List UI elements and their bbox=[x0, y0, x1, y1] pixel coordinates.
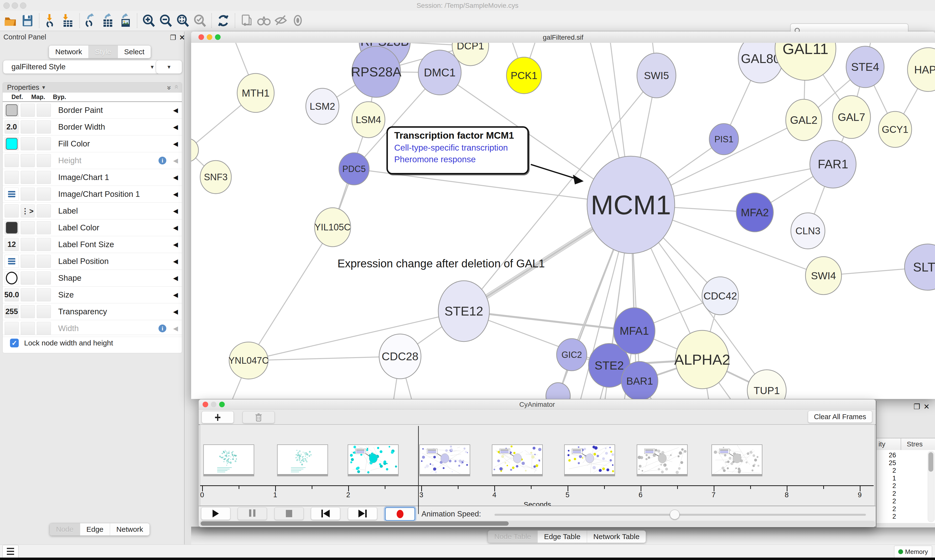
property-def-cell[interactable] bbox=[5, 154, 19, 167]
property-map-cell[interactable] bbox=[21, 288, 35, 302]
frame-thumbnail-8[interactable] bbox=[711, 445, 762, 475]
property-byp-cell[interactable] bbox=[37, 171, 51, 184]
table-cell-value[interactable]: 1 bbox=[876, 475, 896, 482]
property-byp-cell[interactable] bbox=[37, 104, 51, 117]
style-selector[interactable]: galFiltered Style ▾ bbox=[3, 60, 159, 74]
slider-handle[interactable] bbox=[670, 510, 680, 519]
tab-edge[interactable]: Edge bbox=[80, 523, 110, 535]
annotation-link-1[interactable]: Cell-type-specific transcription bbox=[394, 143, 528, 152]
export-network-icon[interactable] bbox=[84, 14, 98, 28]
property-map-cell[interactable] bbox=[21, 137, 35, 150]
close-panel-icon[interactable]: ✕ bbox=[179, 34, 185, 42]
network-node-unlabeled[interactable] bbox=[546, 383, 570, 399]
add-frame-button[interactable]: + bbox=[202, 411, 234, 423]
column-divider[interactable] bbox=[901, 438, 901, 450]
property-byp-cell[interactable] bbox=[37, 305, 51, 318]
frame-thumbnail-7[interactable] bbox=[637, 445, 688, 475]
pause-button[interactable] bbox=[238, 507, 267, 520]
property-def-cell[interactable] bbox=[5, 137, 19, 150]
property-row[interactable]: Widthi◀ bbox=[3, 320, 182, 337]
property-row[interactable]: 2.0Border Width◀ bbox=[3, 119, 182, 135]
expand-property-icon[interactable]: ◀ bbox=[173, 291, 178, 299]
export-table-icon[interactable] bbox=[101, 14, 116, 28]
refresh-view-icon[interactable] bbox=[216, 14, 230, 28]
property-def-cell[interactable] bbox=[5, 221, 19, 234]
table-cell-value[interactable]: 2 bbox=[876, 482, 896, 490]
property-def-cell[interactable] bbox=[5, 104, 19, 117]
zoom-fit-icon[interactable] bbox=[176, 14, 190, 28]
property-row[interactable]: 50.0Size◀ bbox=[3, 286, 182, 303]
cyanimator-timeline[interactable]: Seconds 0123456789 bbox=[200, 424, 875, 506]
column-stress[interactable]: Stres bbox=[907, 440, 923, 448]
open-session-icon[interactable] bbox=[3, 14, 17, 28]
network-node-MFA1[interactable]: MFA1 bbox=[614, 308, 655, 354]
clear-all-frames-button[interactable]: Clear All Frames bbox=[808, 411, 872, 423]
property-def-cell[interactable]: 2.0 bbox=[5, 120, 19, 134]
network-node-DMC1[interactable]: DMC1 bbox=[418, 50, 461, 95]
network-edge[interactable] bbox=[248, 227, 333, 360]
tab-network-table[interactable]: Network Table bbox=[587, 531, 646, 543]
property-byp-cell[interactable] bbox=[37, 238, 51, 251]
stop-button[interactable] bbox=[275, 507, 304, 520]
frame-thumbnail-3[interactable] bbox=[348, 445, 399, 475]
property-map-cell[interactable] bbox=[21, 188, 35, 201]
property-byp-cell[interactable] bbox=[37, 154, 51, 167]
expand-property-icon[interactable]: ◀ bbox=[173, 174, 178, 181]
network-node-SLT2[interactable]: SLT2 bbox=[904, 244, 935, 290]
property-map-cell[interactable] bbox=[21, 171, 35, 184]
property-byp-cell[interactable] bbox=[37, 221, 51, 234]
tab-edge-table[interactable]: Edge Table bbox=[538, 531, 587, 543]
property-def-cell[interactable]: 255 bbox=[5, 305, 19, 318]
property-map-cell[interactable] bbox=[21, 154, 35, 167]
property-map-cell[interactable] bbox=[21, 104, 35, 117]
zoom-out-icon[interactable] bbox=[159, 14, 173, 28]
property-def-cell[interactable]: 12 bbox=[5, 238, 19, 251]
network-edge[interactable] bbox=[248, 311, 464, 360]
network-node-FAR1[interactable]: FAR1 bbox=[810, 140, 856, 188]
frame-thumbnail-6[interactable] bbox=[564, 445, 615, 475]
expand-property-icon[interactable]: ◀ bbox=[173, 106, 178, 114]
property-byp-cell[interactable] bbox=[37, 271, 51, 285]
property-map-cell[interactable] bbox=[21, 221, 35, 234]
save-session-icon[interactable] bbox=[20, 14, 35, 28]
expand-property-icon[interactable]: ◀ bbox=[173, 274, 178, 282]
tab-select[interactable]: Select bbox=[118, 46, 151, 58]
expand-property-icon[interactable]: ◀ bbox=[173, 123, 178, 131]
property-row[interactable]: ⋮>Label◀ bbox=[3, 203, 182, 219]
property-map-cell[interactable] bbox=[21, 120, 35, 134]
network-node-RPS28A[interactable]: RPS28A bbox=[351, 46, 401, 97]
network-window-titlebar[interactable]: galFiltered.sif bbox=[191, 32, 935, 43]
property-def-cell[interactable]: 50.0 bbox=[5, 288, 19, 302]
table-cell-value[interactable]: 2 bbox=[876, 490, 896, 497]
record-button[interactable] bbox=[385, 507, 415, 521]
network-node-YNL047C[interactable]: YNL047C bbox=[228, 342, 269, 379]
network-node-MCM1[interactable]: MCM1 bbox=[587, 156, 675, 254]
property-byp-cell[interactable] bbox=[37, 322, 51, 335]
expand-property-icon[interactable]: ◀ bbox=[173, 191, 178, 198]
network-node-SNF3[interactable]: SNF3 bbox=[200, 160, 231, 194]
frame-thumbnail-2[interactable] bbox=[277, 445, 328, 475]
network-node-CDC42[interactable]: CDC42 bbox=[702, 277, 739, 315]
network-node-PIS1[interactable]: PIS1 bbox=[709, 123, 739, 155]
property-row[interactable]: 255Transparency◀ bbox=[3, 303, 182, 320]
network-node-SWI5[interactable]: SWI5 bbox=[637, 53, 676, 98]
expand-property-icon[interactable]: ◀ bbox=[173, 325, 178, 332]
network-node-GCY1[interactable]: GCY1 bbox=[878, 111, 912, 148]
property-byp-cell[interactable] bbox=[37, 205, 51, 217]
timeline-playhead[interactable] bbox=[418, 426, 419, 514]
property-row[interactable]: Label Position◀ bbox=[3, 253, 182, 270]
properties-header[interactable]: Properties ▾ » » bbox=[3, 83, 182, 92]
property-map-cell[interactable] bbox=[21, 271, 35, 285]
property-def-cell[interactable] bbox=[5, 205, 19, 217]
property-row[interactable]: Border Paint◀ bbox=[3, 102, 182, 119]
network-canvas[interactable]: RPS28BRPS28ADCP1DMC1PCK1MTH1LSM2LSM4SNF3… bbox=[191, 43, 935, 399]
property-map-cell[interactable]: ⋮> bbox=[21, 205, 35, 217]
frame-thumbnail-1[interactable] bbox=[203, 445, 254, 475]
delete-frame-button[interactable] bbox=[242, 411, 275, 423]
network-node-GIC2[interactable]: GIC2 bbox=[557, 338, 587, 371]
property-def-cell[interactable] bbox=[5, 271, 19, 285]
network-node-ALPHA2[interactable]: ALPHA2 bbox=[674, 330, 730, 389]
network-node-GAL2[interactable]: GAL2 bbox=[786, 99, 822, 141]
style-options-button[interactable]: ▾ bbox=[156, 60, 182, 74]
property-def-cell[interactable] bbox=[5, 188, 19, 201]
